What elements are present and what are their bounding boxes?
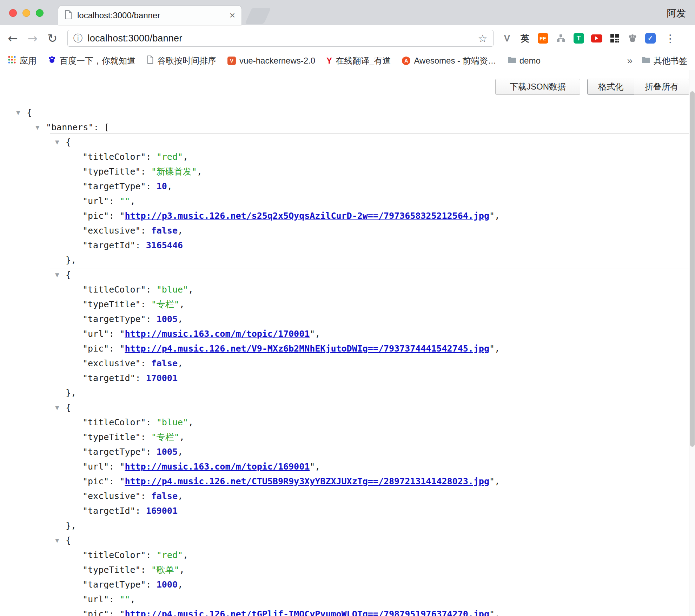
paw-extension-icon[interactable]	[627, 32, 638, 44]
json-line: "targetType": 1005,	[51, 445, 688, 459]
bookmarks-bar: 应用 百度一下，你就知道 谷歌按时间排序 V vue-hackernews-2.…	[0, 51, 695, 70]
json-line: ▼{	[51, 400, 688, 415]
profile-name[interactable]: 阿发	[667, 7, 686, 20]
youdao-y-icon: Y	[326, 56, 332, 66]
json-line: "pic": "http://p4.music.126.net/CTU5B9R9…	[51, 474, 688, 489]
bookmark-label: Awesomes - 前端资…	[414, 55, 496, 66]
bookmark-item-youdao[interactable]: Y 在线翻译_有道	[326, 55, 391, 66]
bookmark-item-apps[interactable]: 应用	[8, 55, 37, 66]
qr-code-extension-icon[interactable]	[609, 32, 621, 44]
json-line: ▼{	[51, 533, 688, 548]
zoom-window-button[interactable]	[36, 9, 44, 17]
bookmark-item-google-sort[interactable]: 谷歌按时间排序	[147, 55, 216, 66]
json-object-block: ▼{"titleColor": "blue","typeTitle": "专栏"…	[51, 400, 688, 533]
json-url-link[interactable]: http://p3.music.126.net/s25q2x5QyqsAzilC…	[125, 211, 489, 221]
download-json-button[interactable]: 下载JSON数据	[495, 79, 580, 95]
json-viewer-actions: 下载JSON数据 格式化 折叠所有	[495, 79, 689, 95]
browser-window: localhost:3000/banner × 阿发 ← → ↻ ⓘ local…	[0, 0, 695, 616]
page-content: 下载JSON数据 格式化 折叠所有 ▼{▼"banners": [▼{"titl…	[0, 70, 695, 616]
reload-button[interactable]: ↻	[47, 32, 58, 44]
address-bar[interactable]: ⓘ localhost:3000/banner ☆	[67, 30, 494, 47]
json-line: "targetType": 1005,	[51, 312, 688, 327]
bookmark-item-awesomes[interactable]: A Awesomes - 前端资…	[402, 55, 496, 66]
apps-grid-icon	[8, 55, 16, 66]
json-line: "typeTitle": "新碟首发",	[51, 164, 688, 179]
tm-badge: T	[574, 33, 584, 44]
json-object-block: ▼{"titleColor": "red","typeTitle": "歌单",…	[51, 533, 688, 616]
json-line: "url": "http://music.163.com/m/topic/169…	[51, 459, 688, 474]
fe-badge: FE	[538, 33, 548, 44]
json-url-link[interactable]: http://music.163.com/m/topic/170001	[125, 329, 310, 339]
json-url-link[interactable]: http://p4.music.126.net/CTU5B9R9y3XyYBZX…	[125, 476, 489, 486]
json-line: "targetId": 3165446	[51, 238, 688, 253]
bookmark-label: 百度一下，你就知道	[60, 55, 135, 66]
json-line: "url": "http://music.163.com/m/topic/170…	[51, 327, 688, 341]
vimium-letter: V	[504, 33, 510, 44]
bookmark-item-baidu[interactable]: 百度一下，你就知道	[48, 55, 135, 66]
collapse-toggle-icon[interactable]: ▼	[16, 105, 20, 120]
shield-check: ✓	[645, 33, 656, 44]
collapse-toggle-icon[interactable]: ▼	[55, 268, 59, 282]
json-url-link[interactable]: http://p4.music.126.net/tGPljf-IMOCyPvum…	[125, 609, 489, 616]
bookmark-item-demo[interactable]: demo	[508, 56, 541, 66]
scrollbar[interactable]	[689, 70, 695, 616]
menu-kebab-icon[interactable]: ⋮	[665, 32, 676, 45]
fe-extension-icon[interactable]: FE	[537, 32, 549, 44]
baidu-paw-icon	[48, 55, 56, 66]
tampermonkey-extension-icon[interactable]: T	[573, 32, 585, 44]
browser-tab[interactable]: localhost:3000/banner ×	[58, 6, 241, 25]
new-tab-button[interactable]	[245, 8, 271, 24]
bookmarks-overflow-chevron[interactable]: »	[627, 55, 633, 66]
minimize-window-button[interactable]	[22, 9, 30, 17]
org-chart-extension-icon[interactable]	[555, 32, 567, 44]
json-line: ▼"banners": [	[0, 120, 689, 135]
a-badge-icon: A	[402, 57, 410, 65]
json-url-link[interactable]: http://p4.music.126.net/V9-MXz6b2MNhEKju…	[125, 343, 489, 354]
json-line: ▼{	[51, 268, 688, 282]
page-info-icon[interactable]: ⓘ	[73, 32, 83, 45]
json-line: "typeTitle": "专栏",	[51, 430, 688, 445]
json-line: "url": "",	[51, 194, 688, 209]
json-line: "titleColor": "blue",	[51, 415, 688, 430]
format-button[interactable]: 格式化	[587, 79, 634, 95]
json-line: ▼{	[0, 105, 689, 120]
json-line: "exclusive": false,	[51, 223, 688, 238]
bookmark-star-icon[interactable]: ☆	[478, 32, 488, 45]
vimium-extension-icon[interactable]: V	[501, 32, 513, 44]
json-line: "typeTitle": "歌单",	[51, 563, 688, 577]
collapse-toggle-icon[interactable]: ▼	[55, 135, 59, 150]
json-line: "targetId": 169001	[51, 504, 688, 518]
json-line: "targetType": 1000,	[51, 577, 688, 592]
tab-title: localhost:3000/banner	[77, 11, 226, 20]
scrollbar-thumb[interactable]	[690, 91, 695, 447]
shield-extension-icon[interactable]: ✓	[644, 32, 656, 44]
collapse-toggle-icon[interactable]: ▼	[55, 533, 59, 548]
collapse-all-button[interactable]: 折叠所有	[634, 79, 689, 95]
collapse-toggle-icon[interactable]: ▼	[35, 120, 40, 135]
page-icon	[147, 55, 154, 66]
translate-extension-icon[interactable]: 英	[519, 32, 531, 44]
json-url-link[interactable]: http://music.163.com/m/topic/169001	[125, 461, 310, 472]
bookmark-item-vue-hackernews[interactable]: V vue-hackernews-2.0	[227, 56, 315, 66]
json-line: },	[51, 386, 688, 400]
forward-button[interactable]: →	[28, 32, 38, 44]
collapse-toggle-icon[interactable]: ▼	[55, 400, 59, 415]
v-badge-icon: V	[227, 57, 236, 65]
json-line: "pic": "http://p4.music.126.net/V9-MXz6b…	[51, 341, 688, 356]
json-line: ▼{	[51, 135, 688, 150]
format-collapse-group: 格式化 折叠所有	[587, 79, 689, 95]
bookmark-label: 在线翻译_有道	[336, 55, 391, 66]
youtube-extension-icon[interactable]	[591, 32, 603, 44]
close-tab-icon[interactable]: ×	[230, 10, 235, 21]
json-line: "exclusive": false,	[51, 489, 688, 504]
json-line: "typeTitle": "专栏",	[51, 297, 688, 312]
bookmark-label: 应用	[20, 55, 37, 66]
other-bookmarks[interactable]: 其他书签	[642, 55, 687, 66]
tab-favicon-icon	[65, 10, 72, 21]
back-button[interactable]: ←	[8, 32, 18, 44]
json-line: "targetId": 170001	[51, 371, 688, 386]
bookmark-label: vue-hackernews-2.0	[239, 56, 315, 66]
close-window-button[interactable]	[9, 9, 17, 17]
json-line: "pic": "http://p3.music.126.net/s25q2x5Q…	[51, 209, 688, 223]
extensions-area: V 英 FE T ✓ ⋮	[501, 32, 676, 45]
